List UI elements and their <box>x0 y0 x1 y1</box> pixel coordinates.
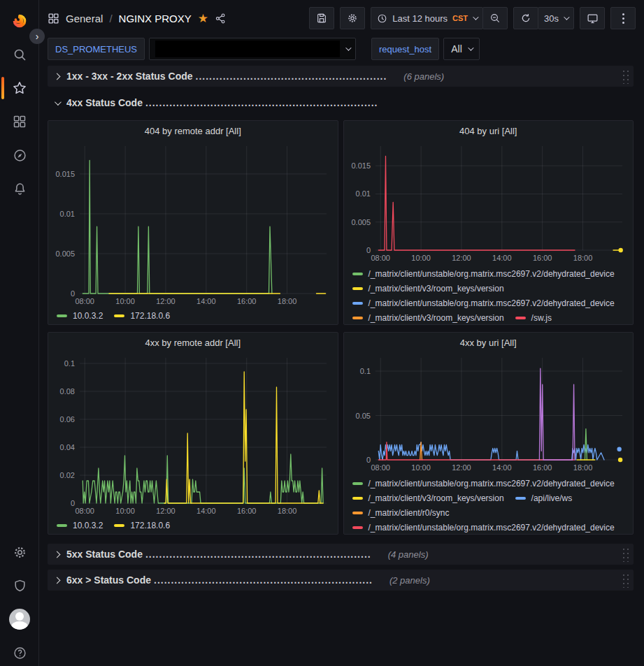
svg-text:0.01: 0.01 <box>60 210 75 218</box>
sidebar-item-dashboards[interactable] <box>0 109 39 134</box>
timeseries-chart[interactable]: 00.020.040.060.080.108:0010:0012:0014:00… <box>52 354 334 516</box>
svg-text:18:00: 18:00 <box>278 297 297 305</box>
svg-text:10:00: 10:00 <box>116 297 136 305</box>
sidebar-item-starred[interactable] <box>0 75 39 101</box>
legend-item[interactable]: 172.18.0.6 <box>114 518 170 533</box>
svg-text:12:00: 12:00 <box>452 254 471 262</box>
row-title: 5xx Status Code <box>66 549 143 560</box>
timeseries-chart[interactable]: 00.050.108:0010:0012:0014:0016:0018:00 <box>348 354 629 474</box>
legend-item[interactable]: 172.18.0.6 <box>114 308 170 323</box>
svg-text:16:00: 16:00 <box>533 463 552 472</box>
legend-item[interactable]: /sw.js <box>515 310 552 323</box>
more-options-button[interactable] <box>610 7 636 29</box>
legend-label: /api/live/ws <box>531 493 573 503</box>
sidebar-item-help[interactable] <box>0 640 39 665</box>
legend-item[interactable]: 10.0.3.2 <box>57 518 103 533</box>
svg-text:14:00: 14:00 <box>492 254 512 262</box>
favorite-star-icon[interactable]: ★ <box>198 13 208 24</box>
panel-4xx-by-uri: 4xx by uri [All] 00.050.108:0010:0012:00… <box>343 332 634 535</box>
legend-item[interactable]: /_matrix/client/v3/room_keys/version <box>352 281 504 296</box>
variable-label-request-host[interactable]: request_host <box>371 38 439 60</box>
row-4xx[interactable]: 4xx Status Code ........................… <box>48 92 634 113</box>
dashboard-settings-button[interactable] <box>340 7 365 29</box>
row-dot-leader: ........................................… <box>145 97 378 108</box>
panel-title[interactable]: 404 by remote addr [All] <box>48 121 338 142</box>
sidebar-item-server-admin[interactable] <box>0 573 39 598</box>
tv-mode-button[interactable] <box>580 7 605 29</box>
svg-text:0: 0 <box>71 289 75 298</box>
save-icon <box>316 13 327 24</box>
grafana-app: › General / NGINX PROXY ★ <box>0 0 644 666</box>
legend-item[interactable]: /_matrix/client/v3/room_keys/version <box>352 491 504 505</box>
help-icon <box>13 646 27 660</box>
share-icon[interactable] <box>215 13 227 24</box>
svg-text:0.05: 0.05 <box>355 412 370 420</box>
timeseries-chart[interactable]: 00.0050.010.01508:0010:0012:0014:0016:00… <box>52 142 334 306</box>
save-dashboard-button[interactable] <box>309 7 334 29</box>
dashboard-toolbar: Last 12 hours CST <box>309 7 636 29</box>
legend-item[interactable]: /_matrix/client/unstable/org.matrix.msc2… <box>352 476 615 491</box>
dashboard-content: 1xx - 3xx - 2xx Status Code ............… <box>39 61 644 666</box>
variable-value-request-host[interactable]: All <box>443 38 480 60</box>
row-panel-count: (6 panels) <box>403 71 444 82</box>
refresh-button[interactable] <box>513 7 538 29</box>
row-dot-leader: ........................................… <box>154 574 373 586</box>
chevron-down-icon <box>345 45 351 50</box>
search-icon <box>13 48 27 62</box>
timeseries-chart[interactable]: 00.0050.010.01508:0010:0012:0014:0016:00… <box>348 142 629 264</box>
sidebar-item-search[interactable] <box>0 42 39 67</box>
svg-text:0.1: 0.1 <box>64 359 75 368</box>
svg-text:14:00: 14:00 <box>196 507 216 515</box>
dashboard-title[interactable]: NGINX PROXY <box>119 13 192 24</box>
drag-handle-icon[interactable] <box>621 68 631 84</box>
row-5xx[interactable]: 5xx Status Code ........................… <box>48 544 634 565</box>
refresh-interval-picker[interactable]: 30s <box>538 7 574 29</box>
panel-404-by-remote-addr: 404 by remote addr [All] 00.0050.010.015… <box>48 120 338 325</box>
legend-item[interactable]: /_matrix/client/unstable/org.matrix.msc2… <box>352 520 615 533</box>
legend-item[interactable]: /_matrix/client/unstable/org.matrix.msc2… <box>352 296 615 310</box>
drag-handle-icon[interactable] <box>621 546 631 562</box>
legend-item[interactable]: /_matrix/client/r0/sync <box>352 505 450 520</box>
drag-handle-icon[interactable] <box>621 572 631 588</box>
legend-label: 10.0.3.2 <box>73 521 103 530</box>
chevron-right-icon <box>54 73 61 80</box>
breadcrumb-section[interactable]: General <box>66 13 103 24</box>
row-1xx-3xx-2xx[interactable]: 1xx - 3xx - 2xx Status Code ............… <box>48 66 634 87</box>
panel-title[interactable]: 4xx by uri [All] <box>344 333 634 354</box>
svg-text:18:00: 18:00 <box>278 507 297 515</box>
svg-text:0: 0 <box>71 499 75 507</box>
svg-text:0.005: 0.005 <box>351 218 371 226</box>
variable-value-label: All <box>451 43 462 55</box>
legend-swatch-icon <box>515 497 526 500</box>
svg-text:0: 0 <box>366 456 371 464</box>
sidebar-item-explore[interactable] <box>0 143 39 168</box>
variable-label-ds-prometheus[interactable]: DS_PROMETHEUS <box>48 38 145 60</box>
zoom-out-button[interactable] <box>482 7 508 29</box>
panel-title[interactable]: 404 by uri [All] <box>344 121 634 142</box>
legend-item[interactable]: /api/live/ws <box>515 491 573 505</box>
svg-text:10:00: 10:00 <box>116 507 136 515</box>
legend-item[interactable]: 10.0.3.2 <box>57 308 103 323</box>
star-icon <box>12 80 27 96</box>
legend-swatch-icon <box>57 524 67 527</box>
sidebar-expand-button[interactable]: › <box>29 29 45 44</box>
variable-value-ds-prometheus[interactable] <box>149 38 356 60</box>
svg-text:0.08: 0.08 <box>60 387 75 396</box>
time-range-picker[interactable]: Last 12 hours CST <box>371 7 483 29</box>
row-dot-leader: ........................................… <box>145 549 371 560</box>
sidebar-item-configuration[interactable] <box>0 540 39 565</box>
legend-item[interactable]: /_matrix/client/unstable/org.matrix.msc2… <box>352 266 615 281</box>
sidebar-item-alerting[interactable] <box>0 176 39 201</box>
row-6xx[interactable]: 6xx > Status Code ......................… <box>48 570 634 591</box>
svg-text:0.015: 0.015 <box>56 170 76 178</box>
chevron-down-icon <box>468 45 473 50</box>
svg-text:16:00: 16:00 <box>533 254 552 262</box>
timezone-badge: CST <box>452 14 468 22</box>
svg-text:16:00: 16:00 <box>237 507 257 515</box>
panel-title[interactable]: 4xx by remote addr [All] <box>48 333 338 354</box>
legend-swatch-icon <box>352 512 363 514</box>
sidebar-item-profile[interactable] <box>0 607 39 632</box>
legend-swatch-icon <box>114 524 124 527</box>
legend-item[interactable]: /_matrix/client/v3/room_keys/version <box>352 310 504 323</box>
shield-icon <box>13 579 27 593</box>
